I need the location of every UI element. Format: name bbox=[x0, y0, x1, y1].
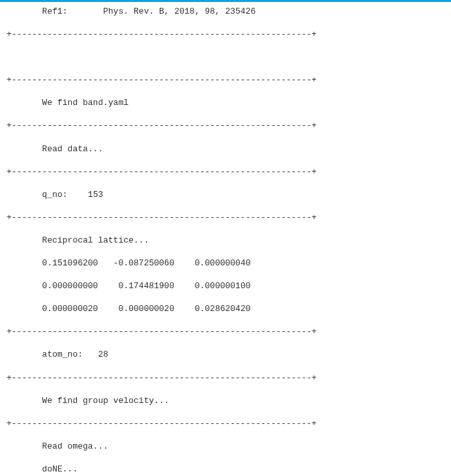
recip-title-line: Reciprocal lattice... bbox=[7, 235, 444, 246]
atom-no-line: atom_no: 28 bbox=[7, 349, 444, 361]
ref-citation: Phys. Rev. B, 2018, 98, 235426 bbox=[103, 7, 255, 16]
find-band-line: We find band.yaml bbox=[7, 97, 444, 109]
done-line: doNE... bbox=[7, 464, 444, 475]
q-no-line: q_no: 153 bbox=[7, 189, 444, 201]
ref-label: Ref1: bbox=[42, 7, 68, 16]
divider: +---------------------------------------… bbox=[7, 120, 444, 132]
read-data-line: Read data... bbox=[7, 143, 444, 155]
divider: +---------------------------------------… bbox=[7, 418, 444, 430]
group-vel-line: We find group velocity... bbox=[7, 395, 444, 407]
divider: +---------------------------------------… bbox=[7, 29, 444, 40]
divider: +---------------------------------------… bbox=[7, 166, 444, 178]
terminal-output: Ref1: Phys. Rev. B, 2018, 98, 235426 +--… bbox=[0, 2, 451, 476]
divider: +---------------------------------------… bbox=[7, 212, 444, 224]
recip-row-0: 0.151096200 -0.087250060 0.000000040 bbox=[7, 258, 444, 269]
ref-line: Ref1: Phys. Rev. B, 2018, 98, 235426 bbox=[7, 6, 444, 18]
recip-row-1: 0.000000000 0.174481900 0.000000100 bbox=[7, 280, 444, 292]
read-omega-line: Read omega... bbox=[7, 441, 444, 453]
divider: +---------------------------------------… bbox=[7, 326, 444, 338]
blank bbox=[7, 52, 444, 63]
recip-row-2: 0.000000020 0.000000020 0.028620420 bbox=[7, 303, 444, 315]
divider: +---------------------------------------… bbox=[7, 74, 444, 86]
divider: +---------------------------------------… bbox=[7, 372, 444, 384]
